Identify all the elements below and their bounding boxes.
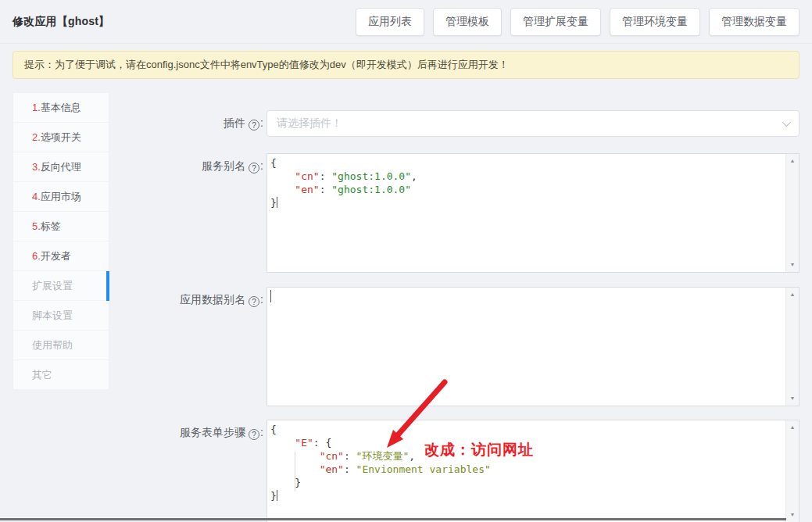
settings-form: 插件?: 请选择插件！ 服务别名?: { "cn": "ghost:1.0.0"… xyxy=(109,92,799,522)
sidebar-item[interactable]: 脚本设置 xyxy=(13,301,109,331)
app-data-alias-editor[interactable]: ▲ ▼ xyxy=(266,287,799,406)
header-button[interactable]: 管理模板 xyxy=(433,8,502,36)
bottom-edge-divider xyxy=(0,518,786,520)
modify-app-page: 修改应用【ghost】 应用列表管理模板管理扩展变量管理环境变量管理数据变量 提… xyxy=(0,0,812,522)
sidebar-item[interactable]: 6.开发者 xyxy=(13,241,109,271)
sidebar-item[interactable]: 5.标签 xyxy=(13,212,109,241)
page-title: 修改应用【ghost】 xyxy=(13,15,109,29)
sidebar-item[interactable]: 扩展设置 xyxy=(13,271,109,301)
scroll-down-icon[interactable]: ▼ xyxy=(786,509,799,520)
sidebar-item[interactable]: 2.选项开关 xyxy=(13,123,109,152)
service-form-steps-label: 服务表单步骤?: xyxy=(109,420,266,440)
service-form-steps-row: 服务表单步骤?: { "E": { "cn": "环境变量", "en": "E… xyxy=(109,420,799,522)
tip-text: 提示：为了便于调试，请在config.jsonc文件中将envType的值修改为… xyxy=(24,58,509,72)
service-form-steps-code[interactable]: { "E": { "cn": "环境变量", "en": "Envionment… xyxy=(267,420,785,522)
scroll-up-icon[interactable]: ▲ xyxy=(786,289,799,300)
sidebar-item[interactable]: 4.应用市场 xyxy=(13,182,109,212)
service-alias-row: 服务别名?: { "cn": "ghost:1.0.0", "en": "gho… xyxy=(109,153,799,273)
sidebar-item[interactable]: 1.基本信息 xyxy=(13,93,109,123)
tip-banner: 提示：为了便于调试，请在config.jsonc文件中将envType的值修改为… xyxy=(13,51,799,79)
sidebar-list: 1.基本信息2.选项开关3.反向代理4.应用市场5.标签6.开发者扩展设置脚本设… xyxy=(13,92,109,390)
help-icon[interactable]: ? xyxy=(249,120,259,130)
service-alias-code[interactable]: { "cn": "ghost:1.0.0", "en": "ghost:1.0.… xyxy=(267,154,785,272)
help-icon[interactable]: ? xyxy=(249,163,259,173)
app-data-alias-row: 应用数据别名?: ▲ ▼ xyxy=(109,287,799,406)
sidebar-item[interactable]: 3.反向代理 xyxy=(13,152,109,182)
scrollbar[interactable]: ▲ ▼ xyxy=(785,154,799,272)
header-button[interactable]: 管理扩展变量 xyxy=(510,8,601,36)
help-icon[interactable]: ? xyxy=(249,296,259,307)
sidebar-item[interactable]: 使用帮助 xyxy=(13,331,109,360)
header-button[interactable]: 管理数据变量 xyxy=(709,8,799,36)
header-button[interactable]: 管理环境变量 xyxy=(610,8,700,36)
plugin-label: 插件?: xyxy=(109,110,266,130)
service-form-steps-editor[interactable]: { "E": { "cn": "环境变量", "en": "Envionment… xyxy=(266,420,799,522)
app-data-alias-label: 应用数据别名?: xyxy=(109,287,266,307)
scrollbar[interactable]: ▲ ▼ xyxy=(785,288,799,406)
scrollbar[interactable]: ▲ ▼ xyxy=(785,420,799,522)
scroll-up-icon[interactable]: ▲ xyxy=(786,156,799,166)
app-data-alias-code[interactable] xyxy=(267,288,785,406)
chevron-down-icon xyxy=(782,118,791,127)
indent-guide xyxy=(295,452,295,492)
header-actions: 应用列表管理模板管理扩展变量管理环境变量管理数据变量 xyxy=(356,8,799,36)
content: 1.基本信息2.选项开关3.反向代理4.应用市场5.标签6.开发者扩展设置脚本设… xyxy=(0,92,812,522)
header-button[interactable]: 应用列表 xyxy=(356,8,424,36)
scroll-up-icon[interactable]: ▲ xyxy=(786,422,799,433)
sidebar-item[interactable]: 其它 xyxy=(13,360,109,390)
text-caret xyxy=(270,290,271,302)
plugin-select[interactable]: 请选择插件！ xyxy=(266,110,799,137)
service-alias-editor[interactable]: { "cn": "ghost:1.0.0", "en": "ghost:1.0.… xyxy=(266,153,799,273)
scroll-down-icon[interactable]: ▼ xyxy=(786,393,799,404)
scroll-down-icon[interactable]: ▼ xyxy=(786,259,799,270)
plugin-row: 插件?: 请选择插件！ xyxy=(109,110,799,137)
plugin-select-placeholder: 请选择插件！ xyxy=(277,116,342,130)
header: 修改应用【ghost】 应用列表管理模板管理扩展变量管理环境变量管理数据变量 xyxy=(0,0,812,44)
help-icon[interactable]: ? xyxy=(249,429,259,440)
service-alias-label: 服务别名?: xyxy=(109,153,266,173)
